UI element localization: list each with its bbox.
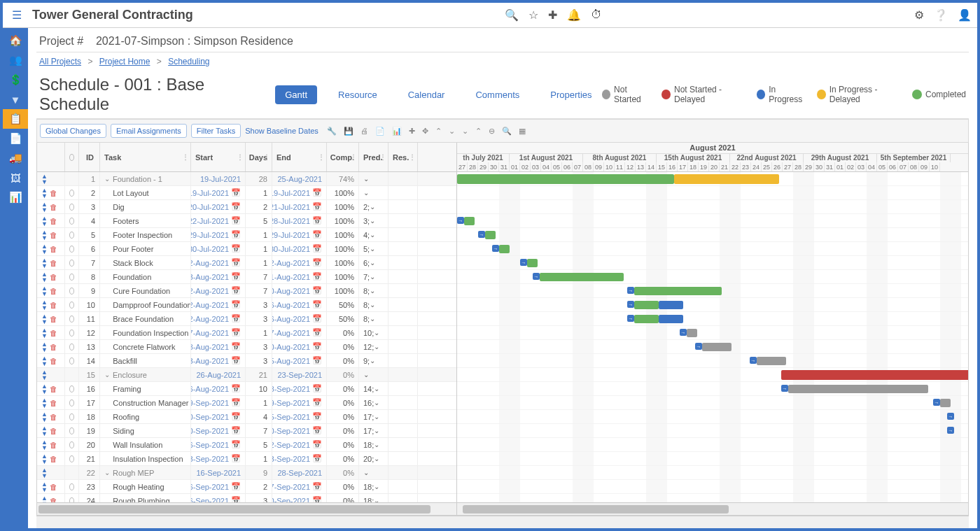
gantt-row[interactable] [457, 200, 968, 214]
reorder-icon[interactable]: ▲▼ [41, 299, 48, 311]
calendar-icon[interactable]: 📅 [312, 398, 322, 407]
gantt-bar[interactable] [702, 343, 732, 351]
gantt-row[interactable]: → [457, 284, 968, 298]
bell-icon[interactable]: 🔔 [567, 8, 581, 22]
calendar-icon[interactable]: 📅 [312, 440, 322, 449]
col-res[interactable]: Res.⋮ [388, 143, 418, 171]
pred-dropdown[interactable]: ⌄ [370, 315, 375, 323]
delete-icon[interactable]: 🗑 [50, 497, 57, 503]
expand-icon[interactable]: ⌄ [104, 469, 110, 476]
calendar-icon[interactable]: 📅 [312, 328, 322, 337]
row-radio[interactable] [69, 218, 74, 225]
pred-dropdown[interactable]: ⌄ [370, 357, 375, 364]
delete-icon[interactable]: 🗑 [50, 413, 57, 421]
delete-icon[interactable]: 🗑 [50, 287, 57, 295]
tab-comments[interactable]: Comments [465, 85, 529, 104]
print-icon[interactable]: 🖨 [360, 127, 368, 136]
calendar-icon[interactable]: 📅 [312, 454, 322, 463]
calendar-icon[interactable]: 📅 [231, 300, 241, 309]
pred-dropdown[interactable]: ⌄ [374, 343, 379, 351]
col-end[interactable]: End⋮ [272, 143, 327, 171]
pred-dropdown[interactable]: ⌄ [370, 259, 375, 267]
delete-icon[interactable]: 🗑 [50, 427, 57, 435]
sidebar-money[interactable]: 💲 [3, 70, 28, 90]
row-radio[interactable] [69, 441, 74, 448]
calendar-icon[interactable]: 📅 [231, 216, 241, 225]
sidebar-dashboard[interactable]: 📊 [3, 187, 28, 207]
gantt-bar[interactable] [634, 301, 659, 309]
gantt-row[interactable] [457, 480, 968, 494]
filter-tasks-button[interactable]: Filter Tasks [191, 124, 241, 138]
delete-icon[interactable]: 🗑 [50, 357, 57, 365]
reorder-icon[interactable]: ▲▼ [41, 453, 48, 465]
delete-icon[interactable]: 🗑 [50, 301, 57, 309]
task-row[interactable]: ▲▼🗑21 Insulation Inspection23-Sep-2021📅1… [37, 452, 456, 466]
layout-icon[interactable]: ▦ [519, 127, 526, 136]
reorder-icon[interactable]: ▲▼ [41, 327, 48, 339]
gantt-row[interactable] [457, 186, 968, 200]
row-radio[interactable] [69, 455, 74, 462]
calendar-icon[interactable]: 📅 [312, 202, 322, 211]
calendar-icon[interactable]: 📅 [231, 440, 241, 449]
zoom-out-icon[interactable]: ⊖ [489, 127, 495, 136]
row-radio[interactable] [69, 288, 74, 295]
tab-calendar[interactable]: Calendar [398, 85, 455, 104]
reorder-icon[interactable]: ▲▼ [41, 481, 48, 493]
calendar-icon[interactable]: 📅 [231, 482, 241, 491]
calendar-icon[interactable]: 📅 [231, 244, 241, 253]
reorder-icon[interactable]: ▲▼ [41, 355, 48, 367]
row-radio[interactable] [69, 190, 74, 197]
sidebar-image[interactable]: 🖼 [3, 168, 28, 187]
calendar-icon[interactable]: 📅 [231, 272, 241, 281]
col-start[interactable]: Start⋮ [191, 143, 246, 171]
calendar-icon[interactable]: 📅 [231, 286, 241, 295]
calendar-icon[interactable]: 📅 [312, 384, 322, 393]
breadcrumb-all[interactable]: All Projects [39, 57, 81, 66]
delete-icon[interactable]: 🗑 [50, 329, 57, 337]
plus-icon[interactable]: ✚ [548, 8, 557, 22]
calendar-icon[interactable]: 📅 [231, 188, 241, 197]
task-row[interactable]: ▲▼🗑7 Stack Block02-Aug-2021📅102-Aug-2021… [37, 256, 456, 270]
gantt-row[interactable] [457, 494, 968, 502]
reorder-icon[interactable]: ▲▼ [41, 495, 48, 503]
row-radio[interactable] [69, 385, 74, 392]
menu-icon[interactable]: ☰ [8, 7, 25, 24]
calendar-icon[interactable]: 📅 [312, 314, 322, 323]
calendar-icon[interactable]: 📅 [312, 216, 322, 225]
reorder-icon[interactable]: ▲▼ [41, 257, 48, 269]
row-radio[interactable] [69, 316, 74, 323]
row-radio[interactable] [69, 204, 74, 211]
add-icon[interactable]: ✚ [409, 127, 415, 136]
gantt-bar[interactable] [788, 385, 928, 393]
gantt-row[interactable]: → [457, 228, 968, 242]
search-icon[interactable]: 🔍 [505, 8, 519, 22]
reorder-icon[interactable]: ▲▼ [41, 243, 48, 255]
reorder-icon[interactable]: ▲▼ [41, 271, 48, 283]
user-icon[interactable]: 👤 [958, 8, 972, 22]
row-radio[interactable] [69, 427, 74, 434]
gantt-row[interactable] [457, 172, 968, 186]
pred-dropdown[interactable]: ⌄ [363, 175, 369, 183]
pred-dropdown[interactable]: ⌄ [370, 245, 375, 253]
gantt-bar[interactable] [464, 217, 475, 225]
calendar-icon[interactable]: 📅 [231, 314, 241, 323]
tab-gantt[interactable]: Gantt [275, 85, 317, 104]
pred-dropdown[interactable]: ⌄ [374, 483, 379, 490]
task-row[interactable]: ▲▼🗑24 Rough Plumbing16-Sep-2021📅320-Sep-… [37, 494, 456, 502]
delete-icon[interactable]: 🗑 [50, 455, 57, 463]
timer-icon[interactable]: ⏱ [591, 8, 602, 22]
row-radio[interactable] [69, 357, 74, 364]
gantt-row[interactable]: → [457, 396, 968, 410]
task-row[interactable]: ▲▼🗑20 Wall Insulation16-Sep-2021📅522-Sep… [37, 438, 456, 452]
reorder-icon[interactable]: ▲▼ [41, 201, 48, 213]
expand-icon[interactable]: ⌄ [104, 175, 110, 183]
sidebar-schedule[interactable]: 📋 [3, 109, 28, 129]
delete-icon[interactable]: 🗑 [50, 203, 57, 211]
task-row[interactable]: ▲▼1⌄Foundation - 119-Jul-20212825-Aug-20… [37, 172, 456, 186]
save-icon[interactable]: 💾 [344, 127, 354, 136]
gantt-bar[interactable] [659, 301, 683, 309]
calendar-icon[interactable]: 📅 [312, 426, 322, 435]
pred-dropdown[interactable]: ⌄ [374, 329, 379, 337]
gantt-row[interactable]: → [457, 214, 968, 228]
gear-icon[interactable]: ⚙ [914, 8, 924, 22]
